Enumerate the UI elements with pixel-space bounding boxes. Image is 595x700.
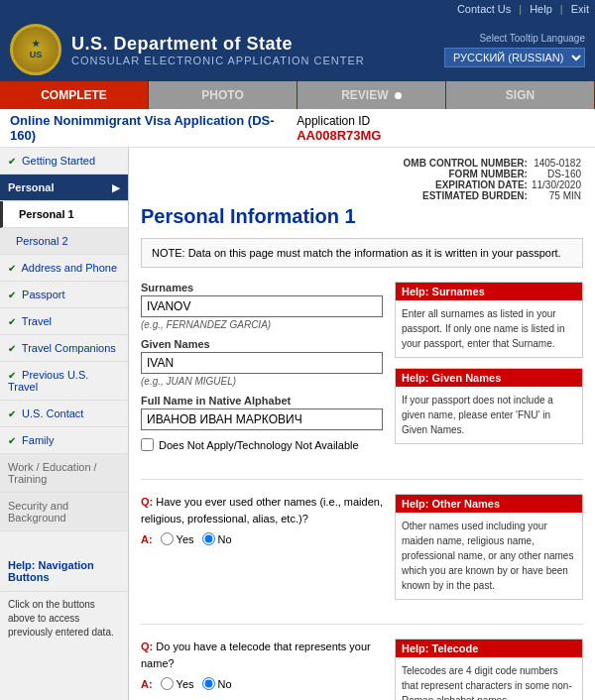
sidebar-item-address[interactable]: ✔ Address and Phone — [0, 255, 128, 282]
sidebar-item-companions[interactable]: ✔ Travel Companions — [0, 335, 128, 362]
q2-text: Q: Do you have a telecode that represent… — [141, 639, 383, 671]
content-area: OMB CONTROL NUMBER:1405-0182 FORM NUMBER… — [129, 148, 595, 700]
help-telecode-text: Telecodes are 4 digit code numbers that … — [396, 657, 582, 700]
nav-tabs: COMPLETE PHOTO REVIEW SIGN — [0, 81, 595, 109]
contact-us-link[interactable]: Contact Us — [457, 3, 511, 15]
divider2 — [141, 624, 583, 625]
help-link[interactable]: Help — [530, 3, 552, 15]
not-apply-checkbox[interactable] — [141, 438, 154, 451]
dept-sub: CONSULAR ELECTRONIC APPLICATION CENTER — [71, 55, 365, 66]
app-id-value: AA008R73MG — [297, 128, 381, 143]
sidebar-help-label: Help: Navigation Buttons — [0, 551, 128, 592]
q1-no-radio[interactable] — [202, 532, 215, 545]
sidebar-help-text: Click on the buttons above to access pre… — [0, 592, 128, 645]
help-surnames-text: Enter all surnames as listed in your pas… — [396, 300, 582, 357]
given-names-label: Given Names — [141, 338, 383, 350]
page-title: Personal Information 1 — [141, 205, 583, 228]
q2-yes-option[interactable]: Yes — [161, 677, 194, 690]
q1-section: Q: Have you ever used other names (i.e.,… — [141, 494, 583, 610]
sidebar-item-security[interactable]: Security and Background — [0, 493, 128, 531]
help-other-title: Help: Other Names — [396, 495, 582, 513]
tab-sign[interactable]: SIGN — [446, 81, 595, 109]
sidebar-item-us-contact[interactable]: ✔ U.S. Contact — [0, 401, 128, 427]
app-id-label: Application ID AA008R73MG — [297, 114, 456, 143]
divider1 — [141, 479, 583, 480]
dept-name: U.S. Department of State — [71, 34, 365, 55]
tab-complete[interactable]: COMPLETE — [0, 81, 149, 109]
sidebar-item-family[interactable]: ✔ Family — [0, 427, 128, 454]
sidebar-item-personal2[interactable]: Personal 2 — [0, 228, 128, 255]
language-select[interactable]: РУССКИЙ (RUSSIAN) — [444, 48, 585, 67]
help-telecode-title: Help: Telecode — [396, 640, 582, 657]
help-given-box: Help: Given Names If your passport does … — [395, 368, 583, 444]
surnames-section: Surnames (e.g., FERNANDEZ GARCIA) Given … — [141, 282, 583, 465]
sidebar-item-passport[interactable]: ✔ Passport — [0, 282, 128, 308]
native-input[interactable] — [141, 408, 383, 430]
native-label: Full Name in Native Alphabet — [141, 395, 383, 407]
help-telecode-box: Help: Telecode Telecodes are 4 digit cod… — [395, 639, 583, 700]
q2-section: Q: Do you have a telecode that represent… — [141, 639, 583, 700]
sidebar-item-travel[interactable]: ✔ Travel — [0, 308, 128, 335]
surnames-label: Surnames — [141, 282, 383, 293]
sidebar-item-getting-started[interactable]: ✔ Getting Started — [0, 148, 128, 175]
tab-photo[interactable]: PHOTO — [149, 81, 298, 109]
tab-review[interactable]: REVIEW — [298, 81, 446, 109]
q1-answer-row: A: Yes No — [141, 532, 383, 545]
sidebar-item-prev-travel[interactable]: ✔ Previous U.S. Travel — [0, 362, 128, 401]
not-apply-label: Does Not Apply/Technology Not Available — [159, 439, 359, 451]
personal-arrow-icon: ▶ — [112, 182, 120, 193]
q2-answer-row: A: Yes No — [141, 677, 383, 690]
surnames-hint: (e.g., FERNANDEZ GARCIA) — [141, 319, 383, 330]
q2-no-option[interactable]: No — [202, 677, 232, 690]
seal: ★US — [10, 24, 61, 75]
omb-info: OMB CONTROL NUMBER:1405-0182 FORM NUMBER… — [402, 158, 583, 201]
q1-yes-radio[interactable] — [161, 532, 174, 545]
app-id-bar: Online Nonimmigrant Visa Application (DS… — [0, 109, 595, 148]
help-given-text: If your passport does not include a give… — [396, 387, 582, 443]
tooltip-label: Select Tooltip Language — [479, 33, 585, 44]
sidebar: ✔ Getting Started Personal ▶ Personal 1 … — [0, 148, 129, 700]
sidebar-item-personal1[interactable]: Personal 1 — [0, 201, 128, 228]
help-other-box: Help: Other Names Other names used inclu… — [395, 494, 583, 600]
q1-text: Q: Have you ever used other names (i.e.,… — [141, 494, 383, 526]
top-bar: Contact Us | Help | Exit — [0, 0, 595, 18]
help-given-title: Help: Given Names — [396, 369, 582, 387]
review-dot — [395, 92, 402, 99]
help-surnames-box: Help: Surnames Enter all surnames as lis… — [395, 282, 583, 358]
note-box: NOTE: Data on this page must match the i… — [141, 238, 583, 268]
main-layout: ✔ Getting Started Personal ▶ Personal 1 … — [0, 148, 595, 700]
app-title: Online Nonimmigrant Visa Application (DS… — [10, 113, 297, 143]
header: ★US U.S. Department of State CONSULAR EL… — [0, 18, 595, 81]
q1-yes-option[interactable]: Yes — [161, 532, 194, 545]
sidebar-item-work[interactable]: Work / Education / Training — [0, 454, 128, 493]
not-apply-row: Does Not Apply/Technology Not Available — [141, 438, 383, 451]
q1-no-option[interactable]: No — [202, 532, 232, 545]
help-other-text: Other names used including your maiden n… — [396, 513, 582, 599]
q2-no-radio[interactable] — [202, 677, 215, 690]
help-surnames-title: Help: Surnames — [396, 283, 582, 300]
given-names-input[interactable] — [141, 352, 383, 374]
surnames-input[interactable] — [141, 295, 383, 317]
q2-yes-radio[interactable] — [161, 677, 174, 690]
given-names-hint: (e.g., JUAN MIGUEL) — [141, 376, 383, 387]
exit-link[interactable]: Exit — [571, 3, 589, 15]
sidebar-item-personal[interactable]: Personal ▶ — [0, 175, 128, 201]
